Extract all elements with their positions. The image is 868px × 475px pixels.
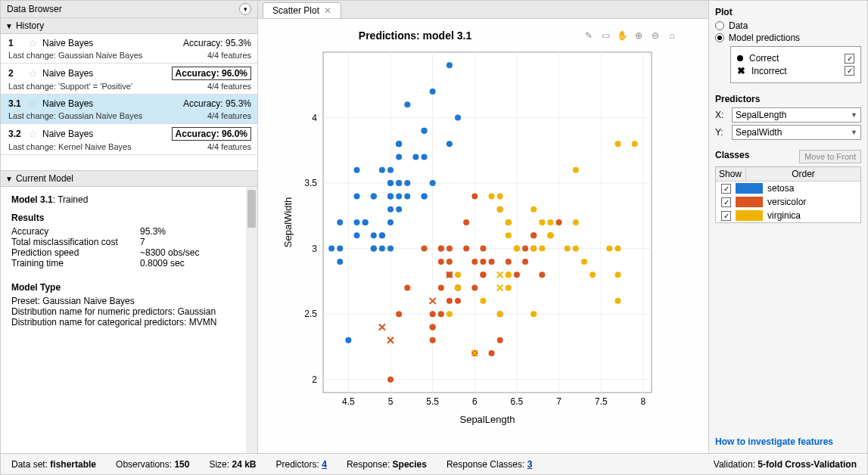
svg-rect-0 (323, 52, 652, 393)
checkbox-correct[interactable]: ✓ (845, 54, 854, 64)
svg-point-149 (506, 272, 512, 278)
svg-text:3: 3 (312, 244, 317, 254)
svg-point-30 (379, 246, 385, 252)
svg-point-74 (371, 246, 377, 252)
svg-text:2: 2 (312, 374, 317, 385)
svg-text:4.5: 4.5 (342, 396, 355, 407)
svg-point-35 (354, 193, 360, 199)
svg-text:7.5: 7.5 (595, 396, 608, 407)
svg-point-115 (497, 337, 503, 343)
datatip-icon[interactable]: ▭ (599, 29, 611, 42)
close-icon[interactable]: ✕ (324, 5, 331, 16)
svg-point-144 (573, 219, 579, 225)
svg-text:SepalWidth: SepalWidth (282, 197, 294, 247)
collapse-icon[interactable]: ▾ (239, 3, 251, 15)
right-panel: Plot Data Model predictions Correct✓ ✖In… (708, 1, 867, 453)
svg-point-47 (446, 141, 453, 147)
svg-point-133 (506, 285, 512, 291)
chevron-down-icon: ▼ (5, 175, 13, 183)
dropdown-y[interactable]: SepalWidth▼ (732, 125, 861, 140)
svg-text:8: 8 (641, 396, 646, 407)
svg-point-116 (438, 246, 444, 252)
svg-point-139 (614, 141, 621, 147)
svg-point-70 (345, 337, 351, 343)
class-row[interactable]: ✓virginica (716, 209, 860, 222)
svg-point-147 (590, 272, 596, 278)
svg-text:2.5: 2.5 (304, 309, 317, 319)
x-icon: ✖ (737, 65, 745, 76)
svg-point-96 (489, 350, 495, 356)
history-item[interactable]: 2☆Naive BayesAccuracy: 96.0%Last change:… (1, 64, 257, 95)
svg-point-88 (387, 377, 394, 383)
predictors-link[interactable]: 4 (322, 459, 327, 470)
svg-point-118 (480, 246, 486, 252)
svg-point-37 (337, 259, 343, 265)
svg-point-125 (497, 206, 503, 213)
zoom-in-icon[interactable]: ⊕ (633, 29, 645, 42)
class-row[interactable]: ✓setosa (716, 182, 860, 195)
radio-model-predictions[interactable]: Model predictions (715, 33, 861, 43)
svg-point-98 (463, 219, 469, 225)
how-to-link[interactable]: How to investigate features (715, 436, 861, 447)
svg-point-52 (396, 206, 402, 213)
scatter-plot[interactable]: 4.555.566.577.5822.533.54SepalLengthSepa… (281, 49, 659, 427)
radio-data[interactable]: Data (715, 20, 861, 31)
checkbox-incorrect[interactable]: ✓ (845, 66, 854, 76)
dot-icon (737, 55, 743, 61)
star-icon[interactable]: ☆ (28, 128, 38, 140)
svg-point-137 (506, 219, 512, 225)
svg-text:SepalLength: SepalLength (459, 414, 515, 425)
current-model-header[interactable]: ▼ Current Model (1, 171, 257, 187)
svg-point-59 (371, 232, 377, 238)
star-icon[interactable]: ☆ (28, 67, 38, 79)
star-icon[interactable]: ☆ (28, 98, 38, 110)
svg-point-54 (387, 246, 394, 252)
class-table: ShowOrder ✓setosa✓versicolor✓virginica (715, 166, 861, 223)
history-item[interactable]: 3.2☆Naive BayesAccuracy: 96.0%Last chang… (1, 124, 257, 155)
tab-scatter-plot[interactable]: Scatter Plot ✕ (263, 2, 341, 18)
svg-point-142 (614, 272, 621, 278)
pan-icon[interactable]: ✋ (616, 29, 628, 42)
class-checkbox[interactable]: ✓ (721, 197, 731, 207)
svg-text:7: 7 (556, 396, 562, 407)
svg-point-109 (430, 324, 436, 330)
class-row[interactable]: ✓versicolor (716, 195, 860, 209)
history-item[interactable]: 1☆Naive BayesAccuracy: 95.3%Last change:… (1, 34, 257, 64)
tab-bar: Scatter Plot ✕ (258, 1, 708, 19)
zoom-out-icon[interactable]: ⊖ (649, 29, 661, 42)
svg-point-143 (530, 206, 537, 213)
svg-point-151 (614, 246, 621, 252)
svg-point-117 (430, 311, 436, 317)
plot-section-title: Plot (715, 7, 861, 17)
svg-point-131 (530, 311, 537, 317)
current-model-body: Model 3.1: Trained Results Accuracy95.3%… (1, 187, 257, 453)
class-checkbox[interactable]: ✓ (721, 184, 731, 194)
class-checkbox[interactable]: ✓ (721, 211, 731, 221)
svg-point-156 (539, 219, 545, 225)
center-panel: Scatter Plot ✕ Predictions: model 3.1 ✎ … (258, 1, 708, 453)
home-icon[interactable]: ⌂ (666, 29, 678, 42)
svg-point-160 (489, 193, 495, 199)
svg-point-134 (539, 246, 545, 252)
svg-point-53 (371, 193, 377, 199)
prediction-legend: Correct✓ ✖Incorrect✓ (730, 46, 861, 83)
svg-point-42 (328, 246, 334, 252)
star-icon[interactable]: ☆ (28, 37, 38, 49)
history-header[interactable]: ▼ History (1, 18, 257, 34)
svg-point-76 (354, 219, 360, 225)
svg-point-103 (522, 246, 528, 252)
svg-point-63 (379, 232, 385, 238)
svg-point-89 (463, 246, 469, 252)
move-to-front-button[interactable]: Move to Front (799, 150, 861, 163)
svg-point-66 (379, 167, 385, 173)
svg-point-130 (581, 259, 587, 265)
svg-text:6: 6 (472, 396, 478, 407)
scrollbar[interactable] (246, 187, 257, 453)
dropdown-x[interactable]: SepalLength▼ (732, 107, 861, 123)
svg-point-121 (446, 246, 453, 252)
svg-point-45 (422, 128, 428, 134)
svg-point-67 (337, 246, 343, 252)
history-item[interactable]: 3.1☆Naive BayesAccuracy: 95.3%Last chang… (1, 95, 257, 124)
brush-icon[interactable]: ✎ (583, 29, 595, 42)
response-classes-link[interactable]: 3 (527, 459, 533, 470)
